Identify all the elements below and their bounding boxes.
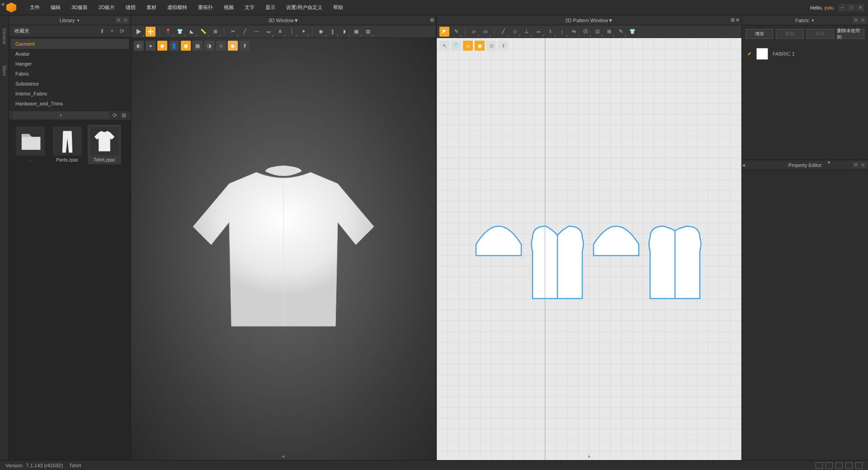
render-export-icon[interactable]: ⬆	[240, 41, 250, 51]
rail-tab-general[interactable]: General	[1, 24, 8, 48]
library-close-icon[interactable]: ✕	[123, 17, 129, 24]
library-undock-icon[interactable]: ⧉	[115, 17, 122, 24]
viewport-2d-expand-icon[interactable]: ▲	[587, 454, 591, 458]
tool-2d-grain[interactable]: ↕▾	[557, 27, 567, 37]
tool-2d-dart[interactable]: ◇▾	[510, 27, 520, 37]
tool-seam-segment[interactable]: ╱	[240, 27, 250, 37]
view-2d-seam-icon[interactable]: ▣	[475, 41, 485, 51]
menu-sewing[interactable]: 缝纫	[120, 1, 141, 14]
folder-hanger[interactable]: Hanger	[11, 59, 129, 69]
tool-2d-annotate[interactable]: Ⓐ▾	[580, 27, 590, 37]
tool-2d-rectangle[interactable]: ▭▾	[481, 27, 491, 37]
viewport-2d-dropdown-icon[interactable]: ▼	[608, 18, 613, 23]
canvas-2d[interactable]: ↖ 👕 ▱ ▣ ⊞ ⬆ ▲	[437, 38, 741, 460]
library-view-icon[interactable]: ⊞	[121, 112, 127, 119]
tool-graphic[interactable]: ▦▾	[351, 27, 361, 37]
menu-avatar[interactable]: 虚拟模特	[162, 1, 193, 14]
tool-2d-notch[interactable]: ⊥▾	[522, 27, 532, 37]
tool-button[interactable]: ◉▾	[316, 27, 326, 37]
fabric-add-button[interactable]: 增加	[745, 29, 773, 39]
property-collapse-icon[interactable]: ◀	[742, 163, 745, 167]
pattern-body-front[interactable]	[528, 224, 587, 301]
render-solid-icon[interactable]: ●	[146, 41, 156, 51]
menu-edit[interactable]: 编辑	[45, 1, 66, 14]
render-mode-icon[interactable]: ◐	[134, 41, 144, 51]
fabric-undock-icon[interactable]: ⧉	[853, 17, 859, 24]
fabric-delete-unused-button[interactable]: 删除未使用的	[837, 29, 864, 39]
library-refresh-icon[interactable]: ⟳	[112, 112, 118, 119]
folder-hardware-trims[interactable]: Hardware_and_Trims	[11, 99, 129, 109]
fabric-dropdown-icon[interactable]: ▼	[811, 19, 815, 23]
status-layout-4-icon[interactable]	[845, 462, 853, 469]
status-layout-5-icon[interactable]	[855, 462, 863, 469]
menu-help[interactable]: 帮助	[328, 1, 349, 14]
greeting-user[interactable]: yutu	[824, 5, 834, 10]
view-2d-cursor-icon[interactable]: ↖	[439, 41, 449, 51]
menu-settings[interactable]: 设置/用户自定义	[281, 1, 328, 14]
viewport-2d-close-icon[interactable]: ✕	[736, 17, 740, 23]
menu-3d-garment[interactable]: 3D服装	[66, 1, 93, 14]
property-dropdown-icon[interactable]: ▼	[827, 161, 831, 165]
fabric-item-1[interactable]: ✔ FABRIC 1	[747, 46, 863, 62]
library-dropdown-icon[interactable]: ▼	[76, 19, 80, 23]
tool-2d-internal-line[interactable]: ╱▾	[498, 27, 508, 37]
canvas-3d[interactable]: ◐ ● ◉ 👤 ▣ ▦ ◑ ☺ ◉ ⬆	[131, 38, 436, 460]
thumb-parent[interactable]: ..	[14, 125, 47, 164]
pattern-sleeve-left[interactable]	[474, 224, 524, 260]
tool-pin[interactable]: 📍▾	[163, 27, 173, 37]
fabric-copy-button[interactable]: 复制	[776, 29, 803, 39]
menu-material[interactable]: 素材	[141, 1, 162, 14]
render-thick-icon[interactable]: ◑	[204, 41, 214, 51]
status-layout-3-icon[interactable]	[835, 462, 843, 469]
view-2d-grid-icon[interactable]: ⊞	[486, 41, 496, 51]
render-light-icon[interactable]: ◉	[228, 41, 238, 51]
status-layout-2-icon[interactable]	[826, 462, 833, 469]
tool-2d-garment[interactable]: 👕	[627, 27, 637, 37]
tool-seam-free[interactable]: 〰	[251, 27, 261, 37]
tool-2d-symmetry[interactable]: ⇋▾	[569, 27, 579, 37]
maximize-button[interactable]: □	[847, 4, 855, 11]
tool-texture[interactable]: ▨▾	[363, 27, 373, 37]
tool-2d-edit[interactable]: ✎▾	[451, 27, 461, 37]
render-avatar-icon[interactable]: 👤	[169, 41, 179, 51]
pattern-body-back[interactable]	[646, 224, 704, 301]
tool-2d-fit[interactable]: ⊞▾	[604, 27, 614, 37]
tool-seam-1n[interactable]: ⋔▾	[275, 27, 285, 37]
tool-2d-polygon[interactable]: ▱▾	[469, 27, 479, 37]
menu-display[interactable]: 显示	[260, 1, 281, 14]
library-filter-dropdown[interactable]: ▼	[13, 112, 109, 119]
fabric-apply-button[interactable]: 应用	[807, 29, 834, 39]
minimize-button[interactable]: ─	[838, 4, 846, 11]
property-undock-icon[interactable]: ⧉	[853, 162, 859, 168]
view-2d-garment-icon[interactable]: 👕	[451, 41, 461, 51]
folder-interior-fabric[interactable]: Interior_Fabric	[11, 89, 129, 99]
tool-piping[interactable]: ◗▾	[340, 27, 349, 37]
viewport-3d-dropdown-icon[interactable]: ▼	[294, 18, 299, 23]
fabric-close-icon[interactable]: ✕	[860, 17, 866, 24]
view-2d-export-icon[interactable]: ⬆	[498, 41, 508, 51]
pattern-sleeve-right[interactable]	[591, 224, 641, 260]
tool-zipper[interactable]: ‖▾	[328, 27, 338, 37]
view-2d-pattern-icon[interactable]: ▱	[463, 41, 473, 51]
tool-select-move[interactable]: ▾	[146, 27, 156, 37]
tool-topstitch[interactable]: ┊▾	[287, 27, 297, 37]
tool-seam-edit[interactable]: ✂▾	[228, 27, 238, 37]
folder-garment[interactable]: Garment	[11, 39, 129, 49]
menu-file[interactable]: 文件	[24, 1, 45, 14]
render-texture-icon[interactable]: ◉	[157, 41, 167, 51]
menu-text[interactable]: 文字	[239, 1, 260, 14]
tool-arrange[interactable]: ⊞▾	[210, 27, 220, 37]
tool-seam-mn[interactable]: ⫘▾	[263, 27, 273, 37]
viewport-2d-undock-icon[interactable]: ⧉	[731, 17, 735, 23]
folder-avatar[interactable]: Avatar	[11, 49, 129, 59]
tool-2d-seam-allow[interactable]: ═▾	[533, 27, 543, 37]
tool-measure[interactable]: 📏▾	[198, 27, 208, 37]
thumb-tshirt[interactable]: Tshirt.zpac	[88, 125, 121, 164]
menu-video[interactable]: 视频	[218, 1, 239, 14]
rail-tab-store[interactable]: Store	[1, 62, 8, 80]
tool-2d-grading[interactable]: ⊡▾	[592, 27, 602, 37]
tool-fold[interactable]: ◣▾	[187, 27, 197, 37]
tool-2d-transform[interactable]: ◤▾	[439, 27, 449, 37]
tool-simulate[interactable]: ▾	[134, 27, 144, 37]
status-layout-1-icon[interactable]	[816, 462, 823, 469]
